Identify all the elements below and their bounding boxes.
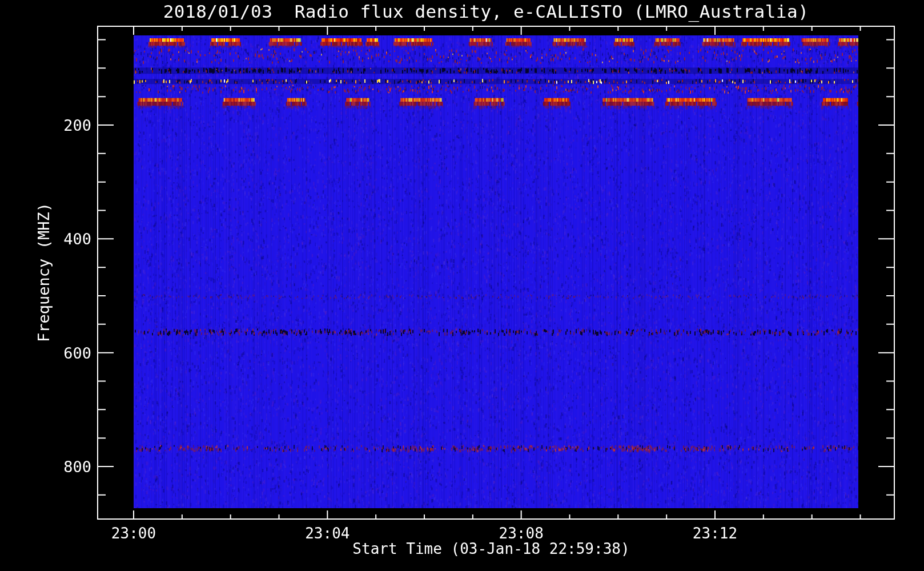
spectrogram-figure: 2018/01/03 Radio flux density, e-CALLIST… (0, 0, 924, 571)
spectrogram-canvas (0, 0, 924, 571)
